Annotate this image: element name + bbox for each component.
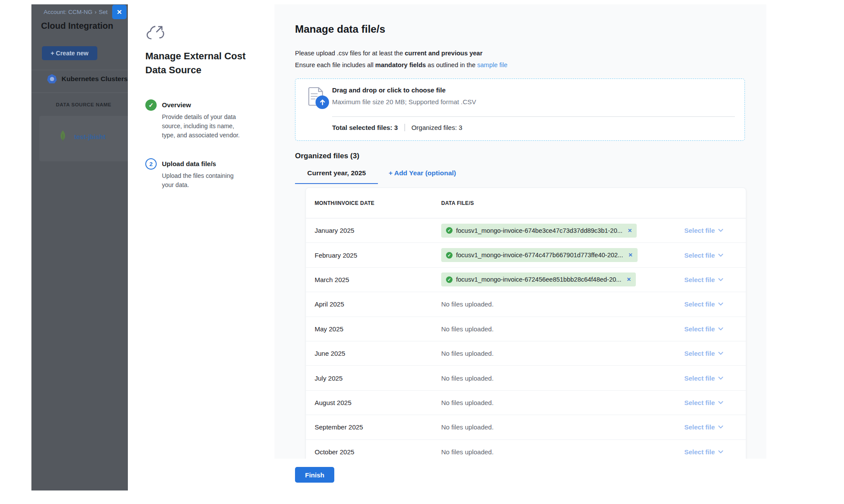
manage-data-files-panel: Manage data file/s Please upload .csv fi… (274, 4, 766, 459)
total-selected-value: 3 (394, 124, 398, 131)
month-cell: September 2025 (315, 423, 441, 431)
month-cell: June 2025 (315, 350, 441, 357)
table-row: January 2025 ✓ focusv1_mongo-invoice-674… (306, 218, 746, 243)
select-file-label: Select file (684, 350, 715, 357)
chevron-down-icon (718, 254, 723, 257)
select-file-dropdown[interactable]: Select file (684, 227, 723, 234)
empty-text: No files uploaded. (441, 350, 494, 357)
month-cell: July 2025 (315, 375, 441, 382)
empty-text: No files uploaded. (441, 300, 494, 308)
dropzone-file-counts: Total selected files: 3 Organized files:… (332, 124, 462, 131)
file-chip-name: focusv1_mongo-invoice-672456ee851bbb28c6… (456, 276, 621, 283)
select-file-dropdown[interactable]: Select file (684, 325, 723, 333)
table-row: May 2025 No files uploaded. Select file (306, 317, 746, 341)
step-complete-check-icon: ✓ (145, 99, 157, 111)
step-description: Provide details of your data source, inc… (162, 112, 246, 140)
chevron-down-icon (718, 327, 723, 330)
organized-files-value: 3 (459, 124, 462, 131)
data-source-name-column-header: DATA SOURCE NAME (56, 102, 111, 107)
file-chip-name: focusv1_mongo-invoice-674be3ce47c73d37dd… (456, 227, 622, 234)
file-success-check-icon: ✓ (446, 227, 453, 234)
chevron-down-icon (718, 401, 723, 404)
sample-file-link[interactable]: sample file (477, 61, 508, 68)
divider (405, 124, 405, 131)
instruction-line-1: Please upload .csv files for at least th… (295, 49, 483, 58)
month-cell: April 2025 (315, 300, 441, 308)
select-file-dropdown[interactable]: Select file (684, 252, 723, 259)
table-row: September 2025 No files uploaded. Select… (306, 415, 746, 439)
chevron-down-icon (718, 278, 723, 281)
table-row: April 2025 No files uploaded. Select fil… (306, 292, 746, 317)
remove-file-icon[interactable]: ✕ (628, 228, 632, 234)
kubernetes-clusters-section[interactable]: ☸ Kubernetes Clusters (47, 74, 128, 84)
create-new-button[interactable]: + Create new (42, 46, 97, 60)
remove-file-icon[interactable]: ✕ (627, 276, 631, 283)
select-file-dropdown[interactable]: Select file (684, 375, 723, 382)
files-table-header: MONTH/INVOICE DATE DATA FILE/S (306, 188, 746, 218)
table-row: June 2025 No files uploaded. Select file (306, 341, 746, 366)
select-file-label: Select file (684, 252, 715, 259)
chevron-down-icon (718, 352, 723, 355)
file-chip: ✓ focusv1_mongo-invoice-674be3ce47c73d37… (441, 224, 637, 238)
breadcrumb-account-link[interactable]: Account: CCM-NG (44, 9, 93, 15)
file-success-check-icon: ✓ (446, 276, 453, 283)
step-number-badge: 2 (145, 158, 157, 170)
upload-file-icon (308, 87, 332, 111)
organized-files-label: Organized files: (412, 124, 457, 131)
select-file-dropdown[interactable]: Select file (684, 448, 723, 456)
tab-current-year[interactable]: Current year, 2025 (295, 169, 378, 184)
chevron-down-icon (718, 303, 723, 306)
breadcrumb-separator: › (95, 9, 97, 15)
column-data-files: DATA FILE/S (441, 200, 474, 206)
chevron-down-icon (718, 450, 723, 453)
step-upload-data-files[interactable]: 2 Upload data file/s Upload the files co… (145, 158, 246, 190)
divider (332, 116, 735, 117)
select-file-label: Select file (684, 325, 715, 333)
file-success-check-icon: ✓ (446, 252, 453, 259)
dropzone-title: Drag and drop or click to choose file (332, 86, 446, 94)
close-icon: ✕ (117, 8, 122, 16)
select-file-dropdown[interactable]: Select file (684, 300, 723, 308)
divider (31, 70, 128, 70)
wizard-panel: Manage External Cost Data Source ✓ Overv… (128, 4, 274, 490)
tab-add-year[interactable]: + Add Year (optional) (378, 169, 468, 184)
data-source-item[interactable]: test-jbisht (58, 130, 106, 143)
chevron-down-icon (718, 426, 723, 429)
select-file-label: Select file (684, 399, 715, 406)
files-table-body: January 2025 ✓ focusv1_mongo-invoice-674… (306, 218, 746, 459)
select-file-dropdown[interactable]: Select file (684, 350, 723, 357)
remove-file-icon[interactable]: ✕ (628, 252, 633, 258)
select-file-label: Select file (684, 448, 715, 456)
empty-text: No files uploaded. (441, 423, 494, 431)
panel-heading: Manage data file/s (295, 23, 385, 35)
select-file-dropdown[interactable]: Select file (684, 276, 723, 283)
chevron-down-icon (718, 377, 723, 380)
month-cell: January 2025 (315, 227, 441, 234)
column-month-invoice-date: MONTH/INVOICE DATE (315, 200, 441, 206)
breadcrumb-next-link[interactable]: Set (99, 9, 107, 15)
month-cell: February 2025 (315, 252, 441, 259)
table-row: August 2025 No files uploaded. Select fi… (306, 391, 746, 415)
month-cell: August 2025 (315, 399, 441, 406)
file-dropzone[interactable]: Drag and drop or click to choose file Ma… (295, 78, 745, 141)
screen: Account: CCM-NG›Set Cloud Integration + … (0, 0, 844, 504)
mongodb-leaf-icon (58, 130, 67, 143)
month-cell: October 2025 (315, 448, 441, 456)
finish-button[interactable]: Finish (295, 467, 334, 483)
total-selected-label: Total selected files: (332, 124, 392, 131)
step-overview[interactable]: ✓ Overview Provide details of your data … (145, 99, 246, 140)
select-file-dropdown[interactable]: Select file (684, 399, 723, 406)
select-file-label: Select file (684, 227, 715, 234)
chevron-down-icon (718, 229, 723, 232)
data-source-link[interactable]: test-jbisht (74, 133, 106, 140)
file-chip: ✓ focusv1_mongo-invoice-6774c477b667901d… (441, 248, 638, 262)
close-button[interactable]: ✕ (112, 5, 127, 19)
breadcrumb: Account: CCM-NG›Set (44, 9, 108, 15)
wizard-steps: ✓ Overview Provide details of your data … (145, 99, 246, 190)
select-file-dropdown[interactable]: Select file (684, 423, 723, 431)
dimmed-background-page: Account: CCM-NG›Set Cloud Integration + … (31, 4, 128, 490)
step-label: Overview (162, 99, 246, 109)
organized-files-heading: Organized files (3) (295, 152, 359, 160)
kubernetes-clusters-label: Kubernetes Clusters (62, 75, 128, 83)
select-file-label: Select file (684, 423, 715, 431)
